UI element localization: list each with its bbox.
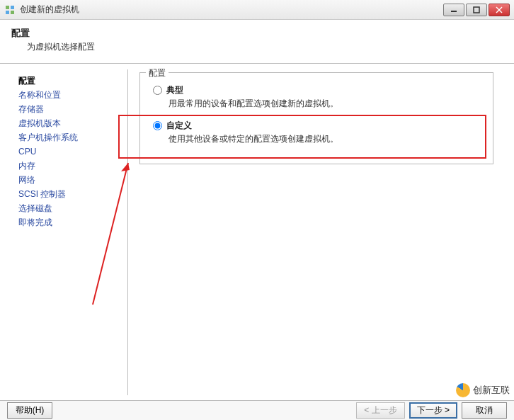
page-subtitle: 为虚拟机选择配置	[27, 41, 503, 53]
wizard-header: 配置 为虚拟机选择配置	[0, 20, 514, 64]
config-group: 配置 典型 用最常用的设备和配置选项创建新的虚拟机。 自定义 使用其他设备或特定…	[139, 72, 493, 164]
sidebar-item[interactable]: 存储器	[18, 102, 120, 116]
wizard-body: 配置 名称和位置 存储器 虚拟机版本 客户机操作系统 CPU 内存 网络 SCS…	[0, 64, 514, 404]
sidebar: 配置 名称和位置 存储器 虚拟机版本 客户机操作系统 CPU 内存 网络 SCS…	[0, 64, 127, 404]
option-title: 自定义	[166, 120, 192, 132]
sidebar-item[interactable]: 客户机操作系统	[18, 130, 120, 144]
sidebar-item[interactable]: CPU	[18, 144, 120, 159]
watermark: 创新互联	[456, 383, 510, 397]
option-custom[interactable]: 自定义 使用其他设备或特定的配置选项创建虚拟机。	[153, 120, 483, 145]
app-icon	[4, 4, 16, 16]
option-typical[interactable]: 典型 用最常用的设备和配置选项创建新的虚拟机。	[153, 84, 483, 110]
svg-rect-3	[11, 11, 14, 14]
sidebar-item[interactable]: 即将完成	[18, 215, 120, 229]
radio-custom[interactable]	[153, 121, 162, 130]
sidebar-item[interactable]: 配置	[18, 74, 120, 88]
sidebar-item[interactable]: 内存	[18, 159, 120, 173]
cancel-button[interactable]: 取消	[462, 402, 507, 419]
window-title: 创建新的虚拟机	[20, 4, 443, 16]
next-button[interactable]: 下一步 >	[409, 402, 457, 419]
page-title: 配置	[11, 27, 503, 40]
maximize-button[interactable]	[466, 4, 487, 16]
option-title: 典型	[166, 84, 183, 96]
sidebar-item[interactable]: 网络	[18, 173, 120, 187]
svg-rect-2	[6, 11, 9, 14]
content-pane: 配置 典型 用最常用的设备和配置选项创建新的虚拟机。 自定义 使用其他设备或特定…	[128, 64, 514, 404]
watermark-text: 创新互联	[473, 384, 510, 397]
svg-rect-1	[11, 6, 14, 9]
sidebar-item[interactable]: SCSI 控制器	[18, 187, 120, 201]
wizard-footer: 帮助(H) < 上一步 下一步 > 取消	[0, 400, 514, 420]
option-desc: 用最常用的设备和配置选项创建新的虚拟机。	[169, 98, 483, 110]
watermark-icon	[456, 383, 470, 397]
titlebar: 创建新的虚拟机	[0, 0, 514, 20]
svg-rect-0	[6, 6, 9, 9]
svg-rect-5	[474, 7, 479, 13]
sidebar-item[interactable]: 名称和位置	[18, 88, 120, 102]
window-controls	[443, 4, 510, 16]
help-button[interactable]: 帮助(H)	[7, 402, 52, 419]
group-legend: 配置	[146, 67, 169, 79]
option-desc: 使用其他设备或特定的配置选项创建虚拟机。	[169, 133, 483, 145]
sidebar-item[interactable]: 虚拟机版本	[18, 116, 120, 130]
close-button[interactable]	[489, 4, 510, 16]
sidebar-item[interactable]: 选择磁盘	[18, 201, 120, 215]
minimize-button[interactable]	[443, 4, 464, 16]
back-button[interactable]: < 上一步	[356, 402, 404, 419]
radio-typical[interactable]	[153, 86, 162, 95]
